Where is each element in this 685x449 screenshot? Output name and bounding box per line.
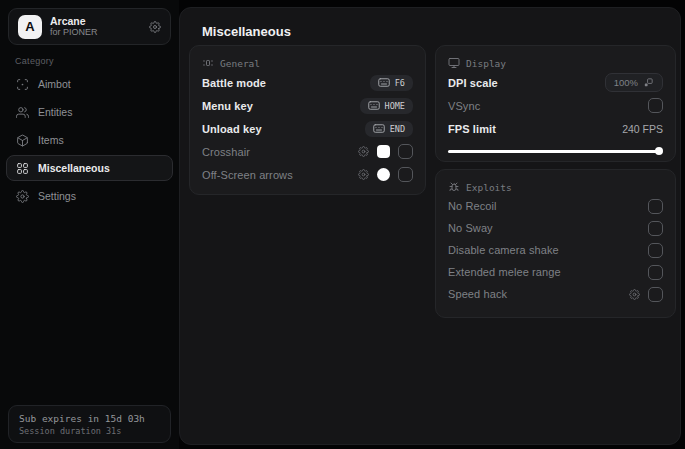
speed-hack-row: Speed hack	[448, 283, 663, 305]
display-card-header: Display	[448, 55, 663, 71]
fps-limit-row: FPS limit 240 FPS	[448, 117, 663, 140]
bug-icon	[448, 181, 460, 193]
unload-key-keybind[interactable]: END	[365, 121, 413, 137]
sidebar-item-items[interactable]: Items	[6, 127, 173, 153]
no-sway-row: No Sway	[448, 217, 663, 239]
brand-card: A Arcane for PIONER	[8, 8, 171, 45]
sidebar-item-label: Settings	[38, 190, 76, 202]
sidebar-item-label: Entities	[38, 106, 72, 118]
fps-limit-value: 240 FPS	[622, 123, 663, 135]
dpi-scale-select[interactable]: 100%	[605, 73, 663, 92]
keyboard-icon	[373, 124, 385, 133]
slider-thumb[interactable]	[655, 147, 663, 155]
session-duration-text: Session duration 31s	[19, 426, 160, 436]
dpi-scale-value: 100%	[614, 77, 638, 88]
sidebar: A Arcane for PIONER Category Aimbot Enti…	[0, 0, 179, 449]
display-card-title: Display	[466, 58, 506, 69]
no-recoil-row: No Recoil	[448, 195, 663, 217]
dpi-scale-row: DPI scale 100%	[448, 71, 663, 94]
keyboard-icon	[378, 78, 390, 87]
disable-camera-shake-row: Disable camera shake	[448, 239, 663, 261]
package-icon	[16, 134, 29, 147]
exploits-card: Exploits No Recoil No Sway Disable camer…	[435, 169, 676, 318]
general-card: General Battle mode F6 Menu key HOME Unl…	[189, 45, 426, 195]
general-card-title: General	[220, 58, 260, 69]
crosshair-icon	[16, 78, 29, 91]
subscription-card: Sub expires in 15d 03h Session duration …	[8, 405, 171, 443]
keyboard-icon	[368, 101, 380, 110]
menu-key-key: HOME	[385, 101, 405, 111]
grid-icon	[16, 162, 29, 175]
fps-limit-label: FPS limit	[448, 123, 496, 135]
disable-camera-shake-checkbox[interactable]	[648, 243, 663, 258]
sidebar-item-miscellaneous[interactable]: Miscellaneous	[6, 155, 173, 181]
menu-key-label: Menu key	[202, 100, 253, 112]
app-logo: A	[18, 15, 42, 39]
fps-limit-slider[interactable]	[448, 147, 663, 155]
main-panel: Miscellaneous General Battle mode F6 Men…	[179, 7, 681, 445]
dpi-scale-label: DPI scale	[448, 77, 498, 89]
page-title: Miscellaneous	[202, 24, 291, 39]
sliders-icon	[202, 57, 214, 69]
sub-expires-text: Sub expires in 15d 03h	[19, 413, 160, 424]
sidebar-item-aimbot[interactable]: Aimbot	[6, 71, 173, 97]
menu-key-keybind[interactable]: HOME	[360, 98, 413, 114]
offscreen-arrows-label: Off-Screen arrows	[202, 169, 293, 181]
scale-icon	[643, 77, 654, 88]
sidebar-item-label: Miscellaneous	[38, 162, 110, 174]
no-recoil-label: No Recoil	[448, 200, 497, 212]
battle-mode-row: Battle mode F6	[202, 71, 413, 94]
crosshair-checkbox[interactable]	[398, 144, 413, 159]
no-sway-checkbox[interactable]	[648, 221, 663, 236]
vsync-label: VSync	[448, 100, 480, 112]
disable-camera-shake-label: Disable camera shake	[448, 244, 559, 256]
battle-mode-key: F6	[395, 78, 405, 88]
offscreen-arrows-row: Off-Screen arrows	[202, 163, 413, 186]
crosshair-row: Crosshair	[202, 140, 413, 163]
menu-key-row: Menu key HOME	[202, 94, 413, 117]
speed-hack-checkbox[interactable]	[648, 287, 663, 302]
no-sway-label: No Sway	[448, 222, 493, 234]
extended-melee-range-row: Extended melee range	[448, 261, 663, 283]
sidebar-nav: Aimbot Entities Items Miscellaneous Sett…	[6, 71, 173, 209]
offscreen-arrows-settings-gear-icon[interactable]	[358, 169, 369, 180]
display-card: Display DPI scale 100% VSync FPS limit 2…	[435, 45, 676, 162]
offscreen-arrows-checkbox[interactable]	[398, 167, 413, 182]
unload-key-row: Unload key END	[202, 117, 413, 140]
extended-melee-range-label: Extended melee range	[448, 266, 561, 278]
exploits-card-header: Exploits	[448, 179, 663, 195]
speed-hack-label: Speed hack	[448, 288, 507, 300]
users-icon	[16, 106, 29, 119]
speed-hack-settings-gear-icon[interactable]	[629, 289, 640, 300]
extended-melee-range-checkbox[interactable]	[648, 265, 663, 280]
app-name: Arcane	[50, 15, 141, 27]
battle-mode-label: Battle mode	[202, 77, 266, 89]
vsync-row: VSync	[448, 94, 663, 117]
sidebar-item-entities[interactable]: Entities	[6, 99, 173, 125]
slider-fill	[448, 150, 659, 153]
crosshair-settings-gear-icon[interactable]	[358, 146, 369, 157]
brand-text: Arcane for PIONER	[50, 15, 141, 37]
sidebar-item-label: Items	[38, 134, 64, 146]
exploits-card-title: Exploits	[466, 182, 512, 193]
vsync-checkbox[interactable]	[648, 98, 663, 113]
sidebar-item-label: Aimbot	[38, 78, 71, 90]
monitor-icon	[448, 57, 460, 69]
general-card-header: General	[202, 55, 413, 71]
gear-icon	[16, 190, 29, 203]
battle-mode-keybind[interactable]: F6	[370, 75, 413, 91]
crosshair-color-swatch[interactable]	[377, 145, 390, 158]
unload-key-key: END	[390, 124, 405, 134]
offscreen-arrows-color-swatch[interactable]	[377, 168, 390, 181]
unload-key-label: Unload key	[202, 123, 262, 135]
sidebar-item-settings[interactable]: Settings	[6, 183, 173, 209]
category-label: Category	[15, 56, 54, 66]
app-subtitle: for PIONER	[50, 27, 141, 37]
settings-gear-icon[interactable]	[149, 21, 161, 33]
crosshair-label: Crosshair	[202, 146, 250, 158]
no-recoil-checkbox[interactable]	[648, 199, 663, 214]
